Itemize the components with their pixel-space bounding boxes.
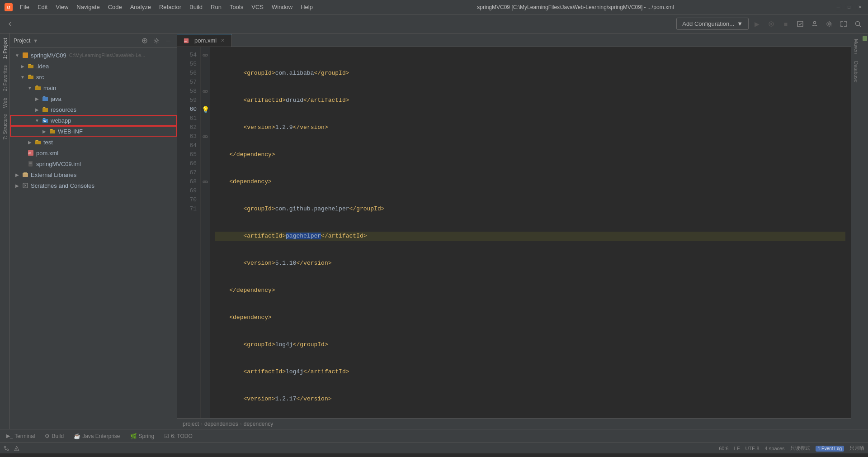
expand-button[interactable] xyxy=(837,18,850,30)
git-branch-status[interactable] xyxy=(4,445,10,451)
tree-label-iml: springMVC09.iml xyxy=(36,161,81,167)
todo-tab[interactable]: ☑ 6: TODO xyxy=(160,431,197,441)
tree-item-external-libs[interactable]: ▶ External Libraries xyxy=(10,169,177,180)
menu-view[interactable]: View xyxy=(52,3,72,11)
tree-item-iml[interactable]: ▶ springMVC09.iml xyxy=(10,158,177,169)
code-content[interactable]: <groupId>com.alibaba</groupId> <artifact… xyxy=(210,47,851,418)
tree-item-idea[interactable]: ▶ .idea xyxy=(10,61,177,71)
java-enterprise-label: Java Enterprise xyxy=(82,433,120,439)
left-tool-tabs: 1: Project 2: Favorites Web 7: Structure xyxy=(0,33,10,429)
gutter-fold-54 xyxy=(201,51,210,60)
menu-analyze[interactable]: Analyze xyxy=(127,3,155,11)
gutter-57 xyxy=(201,78,210,87)
gutter-fold-63 xyxy=(201,132,210,141)
tree-item-webapp[interactable]: ▼ W webapp xyxy=(10,115,177,126)
spring-tab[interactable]: 🌿 Spring xyxy=(126,431,159,441)
project-tab[interactable]: 1: Project xyxy=(1,35,9,62)
menu-vcs[interactable]: VCS xyxy=(248,3,267,11)
breadcrumb-dependency[interactable]: dependency xyxy=(244,421,273,427)
gutter-70 xyxy=(201,195,210,205)
tree-arrow: ▼ xyxy=(19,73,26,81)
bottom-tool-tabs: ▶_ Terminal ⚙ Build ☕ Java Enterprise 🌿 … xyxy=(0,429,868,443)
coverage-button[interactable] xyxy=(794,18,807,30)
error-indicator-ok xyxy=(863,36,867,41)
menu-run[interactable]: Run xyxy=(207,3,225,11)
event-log-badge: 1 Event Log xyxy=(816,446,844,452)
tree-item-test[interactable]: ▶ test xyxy=(10,137,177,148)
cursor-position[interactable]: 60:6 xyxy=(719,446,728,451)
minimize-button[interactable]: ─ xyxy=(835,4,842,11)
sidebar-title: Project xyxy=(14,38,30,44)
terminal-tab[interactable]: ▶_ Terminal xyxy=(2,431,39,441)
svg-rect-13 xyxy=(23,52,28,58)
breadcrumb-dependencies[interactable]: dependencies xyxy=(204,421,238,427)
tree-item-src[interactable]: ▼ src xyxy=(10,71,177,82)
menu-edit[interactable]: Edit xyxy=(34,3,51,11)
indent-settings[interactable]: 4 spaces xyxy=(765,446,785,451)
line-separator[interactable]: LF xyxy=(734,446,740,451)
tree-item-resources[interactable]: ▶ resources xyxy=(10,104,177,115)
menu-file[interactable]: File xyxy=(16,3,33,11)
java-source-icon xyxy=(42,95,49,102)
close-button[interactable]: ✕ xyxy=(856,4,863,11)
sidebar-header: Project ▼ ─ xyxy=(10,33,177,48)
line-numbers: 54 55 56 57 58 59 60 61 62 63 64 65 66 6… xyxy=(177,47,201,418)
gutter-fold-68 xyxy=(201,177,210,186)
maximize-button[interactable]: □ xyxy=(845,4,853,11)
menu-window[interactable]: Window xyxy=(268,3,296,11)
tree-item-scratches[interactable]: ▶ Scratches and Consoles xyxy=(10,180,177,191)
tab-pomxml[interactable]: m pom.xml ✕ xyxy=(177,34,232,47)
tree-label-webapp: webapp xyxy=(51,117,71,124)
tree-label-webinf: WEB-INF xyxy=(58,128,83,135)
code-line-58: <dependency> xyxy=(215,177,845,186)
maven-tab[interactable]: Maven xyxy=(853,35,860,57)
code-line-60: <artifactId>pagehelper</artifactId> xyxy=(215,232,845,241)
event-log[interactable]: 1 Event Log xyxy=(816,446,844,451)
spring-label: Spring xyxy=(139,433,155,439)
code-editor[interactable]: 54 55 56 57 58 59 60 61 62 63 64 65 66 6… xyxy=(177,47,851,418)
menu-bar: File Edit View Navigate Code Analyze Ref… xyxy=(16,3,316,11)
add-config-label: Add Configuration... xyxy=(682,20,734,27)
tree-item-main[interactable]: ▼ main xyxy=(10,82,177,93)
svg-point-33 xyxy=(4,446,6,448)
gutter-56 xyxy=(201,69,210,78)
tree-item-java[interactable]: ▶ java xyxy=(10,93,177,104)
gear-button[interactable] xyxy=(151,36,161,46)
tree-label-pomxml: pom.xml xyxy=(36,150,58,157)
tab-label: pom.xml xyxy=(194,37,217,44)
database-tab[interactable]: Database xyxy=(853,57,860,86)
sidebar-dropdown-icon[interactable]: ▼ xyxy=(33,38,38,43)
locate-in-tree-button[interactable] xyxy=(140,36,150,46)
build-tab[interactable]: ⚙ Build xyxy=(40,431,68,441)
profile-button[interactable] xyxy=(808,18,821,30)
favorites-tab[interactable]: 2: Favorites xyxy=(1,62,9,94)
encoding[interactable]: UTF-8 xyxy=(745,446,759,451)
tree-item-springMVC09[interactable]: ▼ springMVC09 C:\MyLearningFiles\JavaWeb… xyxy=(10,50,177,61)
settings-button[interactable] xyxy=(823,18,835,30)
menu-refactor[interactable]: Refactor xyxy=(156,3,185,11)
tree-label-external-libs: External Libraries xyxy=(31,171,76,178)
svg-point-5 xyxy=(814,21,816,24)
java-enterprise-tab[interactable]: ☕ Java Enterprise xyxy=(69,431,124,441)
add-configuration-button[interactable]: Add Configuration... ▼ xyxy=(676,18,749,30)
breadcrumb-project[interactable]: project xyxy=(183,421,199,427)
menu-code[interactable]: Code xyxy=(104,3,126,11)
menu-build[interactable]: Build xyxy=(186,3,206,11)
tree-item-webinf[interactable]: ▶ WEB-INF xyxy=(10,126,177,137)
problems-count[interactable]: ! xyxy=(14,445,20,451)
menu-help[interactable]: Help xyxy=(297,3,316,11)
back-navigation-button[interactable] xyxy=(4,18,16,30)
tree-item-pomxml[interactable]: ▶ m pom.xml xyxy=(10,148,177,158)
search-everywhere-button[interactable] xyxy=(852,18,864,30)
gutter-bulb-60[interactable]: 💡 xyxy=(201,105,210,114)
web-tab[interactable]: Web xyxy=(1,95,9,110)
code-line-63: <dependency> xyxy=(215,313,845,322)
gutter-62 xyxy=(201,123,210,132)
tab-close-button[interactable]: ✕ xyxy=(219,37,226,44)
menu-tools[interactable]: Tools xyxy=(226,3,247,11)
menu-navigate[interactable]: Navigate xyxy=(73,3,103,11)
structure-tab[interactable]: 7: Structure xyxy=(1,111,9,143)
todo-icon: ☑ xyxy=(164,433,169,439)
svg-rect-21 xyxy=(24,172,27,174)
collapse-all-button[interactable]: ─ xyxy=(163,36,173,46)
